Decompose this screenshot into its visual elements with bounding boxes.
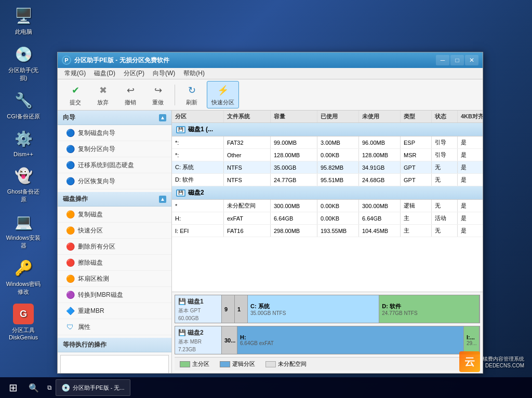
cell-unused: 24.68GB xyxy=(359,174,401,186)
legend-logical-color xyxy=(220,361,230,367)
col-used: 已使用 xyxy=(317,111,359,122)
submit-button[interactable]: ✔ 提交 xyxy=(63,81,88,108)
disk1-meta2: 60.00GB xyxy=(178,315,218,321)
table-row[interactable]: *: FAT32 99.00MB 3.00MB 96.00MB ESP 引导 是 xyxy=(172,136,483,149)
copy-partition-icon: 🔵 xyxy=(65,144,75,154)
start-button[interactable]: ⊞ xyxy=(3,377,23,398)
desktop-icon-this-pc[interactable]: 🖥️ 此电脑 xyxy=(5,5,42,36)
sidebar-item-bad-sector[interactable]: 🟠 坏扇区检测 xyxy=(58,271,171,287)
copy-disk-op-label: 复制磁盘 xyxy=(78,210,103,219)
desktop-icon-windows-installer[interactable]: 💻 Windows安装器 xyxy=(5,211,42,250)
table-row[interactable]: H: exFAT 6.64GB 0.00KB 6.64GB 主 活动 是 xyxy=(172,212,483,225)
desktop-icon-partition-assistant[interactable]: 💿 分区助手(无损) xyxy=(5,44,42,82)
sidebar-item-copy-disk-op[interactable]: 🟠 复制磁盘 xyxy=(58,207,171,223)
minimize-button[interactable]: ─ xyxy=(436,55,449,65)
task-view-button[interactable]: ⧉ xyxy=(44,380,55,395)
cell-fs: exFAT xyxy=(224,212,271,224)
desktop-icon-diskgenius[interactable]: G 分区工具DiskGenius xyxy=(5,304,42,340)
disk1-part-software[interactable]: D: 软件 24.77GB NTFS xyxy=(379,295,480,323)
guide-section: 向导 ▲ 🔵 复制磁盘向导 🔵 复制分区向导 🔵 迁移系统到固态硬盘 xyxy=(58,111,171,189)
disk2-visual[interactable]: 💾 磁盘2 基本 MBR 7.23GB 30... H: xyxy=(175,326,480,354)
disk1-visual[interactable]: 💾 磁盘1 基本 GPT 60.00GB 9 1 xyxy=(175,295,480,323)
redo-icon: ↪ xyxy=(151,83,165,98)
close-button[interactable]: ✕ xyxy=(465,55,478,65)
disk2-part-h[interactable]: H: 6.64GB exFAT xyxy=(237,326,464,354)
cell-type: ESP xyxy=(401,136,432,148)
guide-collapse-button[interactable]: ▲ xyxy=(159,114,166,121)
partition-assistant-label: 分区助手(无损) xyxy=(5,66,42,82)
disk-visual-area: 💾 磁盘1 基本 GPT 60.00GB 9 1 xyxy=(172,292,483,373)
disk2-meta2: 7.23GB xyxy=(178,347,218,352)
desktop-icon-windows-pwd[interactable]: 🔑 Windows密码修改 xyxy=(5,257,42,296)
menu-wizard[interactable]: 向导(W) xyxy=(149,68,179,79)
rebuild-mbr-label: 重建MBR xyxy=(78,307,104,315)
disk2-info: 💾 磁盘2 基本 MBR 7.23GB xyxy=(175,326,222,354)
sidebar-item-rebuild-mbr[interactable]: 🔷 重建MBR xyxy=(58,303,171,319)
menu-help[interactable]: 帮助(H) xyxy=(179,68,209,79)
col-unused: 未使用 xyxy=(359,111,401,122)
disk2-part-unalloc[interactable]: 30... xyxy=(222,326,237,354)
cancel-icon: ✖ xyxy=(96,83,110,98)
discard-button[interactable]: ✖ 放弃 xyxy=(90,81,115,108)
sidebar-item-properties[interactable]: 🛡 属性 xyxy=(58,319,171,335)
cell-used: 3.00MB xyxy=(317,136,359,148)
disk-ops-collapse-button[interactable]: ▲ xyxy=(159,196,166,203)
menu-disk[interactable]: 磁盘(D) xyxy=(90,68,119,79)
sidebar-item-convert-mbr[interactable]: 🟣 转换到MBR磁盘 xyxy=(58,287,171,303)
windows-pwd-label: Windows密码修改 xyxy=(5,280,42,296)
taskbar-app-item[interactable]: 💿 分区助手PE版 - 无... xyxy=(56,379,130,396)
copy-disk-op-icon: 🟠 xyxy=(65,210,75,219)
quick-partition-op-label: 快速分区 xyxy=(78,226,103,235)
partition-assistant-icon: 💿 xyxy=(13,44,34,64)
convert-mbr-label: 转换到MBR磁盘 xyxy=(78,291,123,299)
properties-icon: 🛡 xyxy=(65,322,75,332)
sidebar-item-delete-all-partitions[interactable]: 🔴 删除所有分区 xyxy=(58,239,171,255)
cell-used: 0.00KB xyxy=(317,212,359,224)
quick-partition-button[interactable]: ⚡ 快速分区 xyxy=(207,81,239,108)
migrate-sys-icon: 🔵 xyxy=(65,160,75,170)
table-row[interactable]: D: 软件 NTFS 24.77GB 95.51MB 24.68GB GPT 无… xyxy=(172,174,483,186)
maximize-button[interactable]: □ xyxy=(450,55,464,65)
disk2-part-i[interactable]: I:... 29... xyxy=(464,326,480,354)
refresh-button[interactable]: ↻ 刷新 xyxy=(179,81,204,108)
desktop-icon-ghost-backup[interactable]: 👻 Ghost备份还原 xyxy=(5,165,42,203)
col-capacity: 容量 xyxy=(271,111,317,122)
table-row[interactable]: *: Other 128.00MB 0.00KB 128.00MB MSR 引导… xyxy=(172,149,483,161)
sidebar-item-migrate-sys[interactable]: 🔵 迁移系统到固态硬盘 xyxy=(58,157,171,173)
table-row[interactable]: * 未分配空间 300.00MB 0.00KB 300.00MB 逻辑 无 是 xyxy=(172,200,483,212)
sidebar-item-wipe-disk[interactable]: 🔴 擦除磁盘 xyxy=(58,255,171,271)
sidebar-item-partition-recovery[interactable]: 🔵 分区恢复向导 xyxy=(58,173,171,189)
undo-button[interactable]: ↩ 撤销 xyxy=(118,81,143,108)
taskbar-search-button[interactable]: 🔍 xyxy=(26,380,42,395)
pending-section-header: 等待执行的操作 xyxy=(58,338,171,352)
menu-general[interactable]: 常规(G) xyxy=(60,68,90,79)
quick-partition-icon: ⚡ xyxy=(216,83,230,98)
disk1-part-system[interactable]: C: 系统 35.00GB NTFS xyxy=(248,295,379,323)
table-row[interactable]: C: 系统 NTFS 35.00GB 95.82MB 34.91GB GPT 无… xyxy=(172,161,483,174)
desktop-icon-cgi-backup[interactable]: 🔧 CGI备份还原 xyxy=(5,90,42,120)
delete-all-label: 删除所有分区 xyxy=(78,242,115,251)
table-row[interactable]: I: EFI FAT16 298.00MB 193.55MB 104.45MB … xyxy=(172,225,483,237)
desktop: 🖥️ 此电脑 💿 分区助手(无损) 🔧 CGI备份还原 ⚙️ Dism++ 👻 … xyxy=(0,0,532,398)
sidebar-item-copy-partition[interactable]: 🔵 复制分区向导 xyxy=(58,141,171,157)
partition-table[interactable]: 分区 文件系统 容量 已使用 未使用 类型 状态 4KB对齐 💾 磁盘1 (..… xyxy=(172,111,483,292)
menu-partition[interactable]: 分区(P) xyxy=(119,68,149,79)
desktop-icon-dism[interactable]: ⚙️ Dism++ xyxy=(5,128,42,157)
redo-button[interactable]: ↪ 重做 xyxy=(145,81,170,108)
ghost-backup-icon: 👻 xyxy=(13,165,34,186)
rebuild-mbr-icon: 🔷 xyxy=(65,306,75,315)
delete-all-icon: 🔴 xyxy=(65,242,75,251)
cell-used: 0.00KB xyxy=(317,200,359,212)
disk1-part-msr[interactable]: 1 xyxy=(235,295,248,323)
cell-fs: Other xyxy=(224,149,271,161)
sidebar-item-copy-disk[interactable]: 🔵 复制磁盘向导 xyxy=(58,125,171,141)
disk2-icon: 💾 xyxy=(176,189,185,197)
col-partition: 分区 xyxy=(172,111,224,122)
convert-mbr-icon: 🟣 xyxy=(65,290,75,299)
legend-unallocated-label: 未分配空间 xyxy=(278,360,307,368)
window-titlebar: P 分区助手PE版 - 无损分区免费软件 ─ □ ✕ xyxy=(58,52,483,68)
disk1-part-esp[interactable]: 9 xyxy=(222,295,235,323)
dism-icon: ⚙️ xyxy=(13,128,34,149)
sidebar-item-quick-partition-op[interactable]: 🟠 快速分区 xyxy=(58,223,171,239)
cell-fs: 未分配空间 xyxy=(224,200,271,212)
